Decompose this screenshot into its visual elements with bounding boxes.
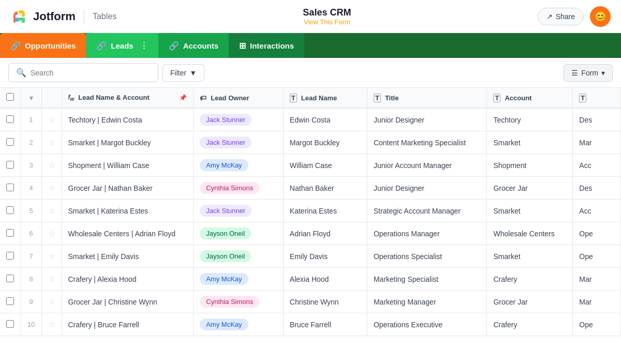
cell-extra: Des — [573, 108, 621, 131]
text-icon-1: T — [290, 94, 297, 102]
row-number: 7 — [21, 245, 41, 268]
row-number: 8 — [21, 268, 41, 291]
form-icon: ☰ — [571, 69, 578, 77]
cell-account: Smarket — [487, 245, 573, 268]
row-checkbox-cell — [0, 108, 21, 131]
pin-icon: 📌 — [179, 94, 187, 101]
filter-button[interactable]: Filter ▼ — [162, 64, 204, 82]
leads-icon: 🔗 — [96, 41, 107, 51]
th-title[interactable]: T Title — [367, 88, 487, 108]
cell-extra: Des — [573, 177, 621, 200]
text-icon-4: T — [579, 94, 586, 102]
row-checkbox[interactable] — [6, 320, 14, 328]
row-number: 1 — [21, 108, 41, 131]
cell-lead-name-account: Smarket | Emily Davis — [62, 245, 194, 268]
form-button[interactable]: ☰ Form ▾ — [564, 64, 613, 82]
star-icon[interactable]: ☆ — [48, 115, 55, 124]
toolbar: 🔍 Filter ▼ ☰ Form ▾ — [0, 58, 621, 88]
th-extra[interactable]: T — [573, 88, 621, 108]
cell-lead-owner: Amy McKay — [194, 154, 284, 177]
logo-text: Jotform — [33, 10, 76, 23]
th-lead-name[interactable]: T Lead Name — [283, 88, 367, 108]
cell-account: Grocer Jar — [487, 177, 573, 200]
cell-title: Junior Designer — [367, 108, 487, 131]
row-checkbox[interactable] — [6, 115, 14, 123]
toolbar-left: 🔍 Filter ▼ — [8, 63, 204, 82]
cell-lead-owner: Jayson Oneil — [194, 245, 284, 268]
toolbar-right: ☰ Form ▾ — [564, 64, 613, 82]
cell-account: Crafery — [487, 268, 573, 291]
star-icon[interactable]: ☆ — [48, 161, 55, 170]
select-all-checkbox[interactable] — [6, 93, 14, 101]
row-checkbox[interactable] — [6, 229, 14, 237]
tab-opportunities-label: Opportunities — [25, 41, 76, 50]
row-checkbox[interactable] — [6, 297, 14, 305]
tab-opportunities[interactable]: 🔗 Opportunities — [0, 33, 86, 58]
fx-icon: fw — [68, 94, 75, 102]
th-star — [41, 88, 62, 108]
star-icon[interactable]: ☆ — [48, 229, 55, 238]
th-lead-name-account[interactable]: fw Lead Name & Account 📌 — [62, 88, 194, 108]
row-checkbox[interactable] — [6, 184, 14, 191]
row-checkbox[interactable] — [6, 161, 14, 169]
row-checkbox-cell — [0, 245, 21, 268]
row-checkbox[interactable] — [6, 252, 14, 260]
search-input[interactable] — [31, 69, 151, 77]
cell-account: Shopment — [487, 154, 573, 177]
cell-title: Operations Specialist — [367, 245, 487, 268]
tab-interactions[interactable]: ⊞ Interactions — [229, 33, 304, 58]
row-checkbox[interactable] — [6, 275, 14, 282]
logo-divider — [84, 9, 84, 24]
cell-lead-name-account: Smarket | Katerina Estes — [62, 200, 194, 222]
row-number: 2 — [21, 131, 41, 154]
share-button[interactable]: ↗ Share — [538, 8, 584, 25]
cell-title: Operations Executive — [367, 313, 487, 336]
th-num: ▾ — [21, 88, 41, 108]
star-icon[interactable]: ☆ — [48, 184, 55, 192]
star-icon[interactable]: ☆ — [48, 320, 55, 329]
cell-extra: Ope — [573, 222, 621, 245]
app-title: Sales CRM — [303, 7, 351, 18]
svg-rect-0 — [10, 7, 29, 26]
row-number: 3 — [21, 154, 41, 177]
cell-title: Operations Manager — [367, 222, 487, 245]
cell-extra: Mar — [573, 131, 621, 154]
tab-accounts[interactable]: 🔗 Accounts — [158, 33, 229, 58]
cell-lead-owner: Jayson Oneil — [194, 222, 284, 245]
search-box: 🔍 — [8, 63, 158, 82]
row-checkbox-cell — [0, 222, 21, 245]
cell-lead-name-account: Crafery | Alexia Hood — [62, 268, 194, 291]
row-star-cell: ☆ — [41, 268, 62, 291]
interactions-icon: ⊞ — [239, 41, 246, 51]
row-checkbox[interactable] — [6, 206, 14, 214]
cell-lead-name: Alexia Hood — [283, 268, 367, 291]
tab-leads[interactable]: 🔗 Leads ⋮ — [86, 33, 158, 58]
tab-bar: 🔗 Opportunities 🔗 Leads ⋮ 🔗 Accounts ⊞ I… — [0, 33, 621, 58]
table-row: 7 ☆ Smarket | Emily Davis Jayson Oneil E… — [0, 245, 621, 268]
row-star-cell: ☆ — [41, 291, 62, 313]
share-label: Share — [556, 12, 575, 21]
star-icon[interactable]: ☆ — [48, 138, 55, 147]
cell-lead-name: William Case — [283, 154, 367, 177]
star-icon[interactable]: ☆ — [48, 252, 55, 261]
star-icon[interactable]: ☆ — [48, 206, 55, 215]
filter-label: Filter — [170, 69, 186, 77]
row-star-cell: ☆ — [41, 245, 62, 268]
row-number: 10 — [21, 313, 41, 336]
table-row: 1 ☆ Techtory | Edwin Costa Jack Stunner … — [0, 108, 621, 131]
cell-lead-name: Emily Davis — [283, 245, 367, 268]
table-row: 8 ☆ Crafery | Alexia Hood Amy McKay Alex… — [0, 268, 621, 291]
cell-lead-name: Adrian Floyd — [283, 222, 367, 245]
cell-lead-owner: Cynthia Simons — [194, 291, 284, 313]
th-lead-owner[interactable]: 🏷 Lead Owner — [194, 88, 284, 108]
jotform-logo-icon — [10, 7, 29, 26]
star-icon[interactable]: ☆ — [48, 297, 55, 306]
lead-owner-badge: Jack Stunner — [200, 205, 252, 217]
th-account[interactable]: T Account — [487, 88, 573, 108]
table-row: 4 ☆ Grocer Jar | Nathan Baker Cynthia Si… — [0, 177, 621, 200]
row-checkbox[interactable] — [6, 138, 14, 146]
star-icon[interactable]: ☆ — [48, 275, 55, 283]
th-title-label: Title — [385, 94, 399, 102]
table-row: 10 ☆ Crafery | Bruce Farrell Amy McKay B… — [0, 313, 621, 336]
cell-extra: Mar — [573, 268, 621, 291]
